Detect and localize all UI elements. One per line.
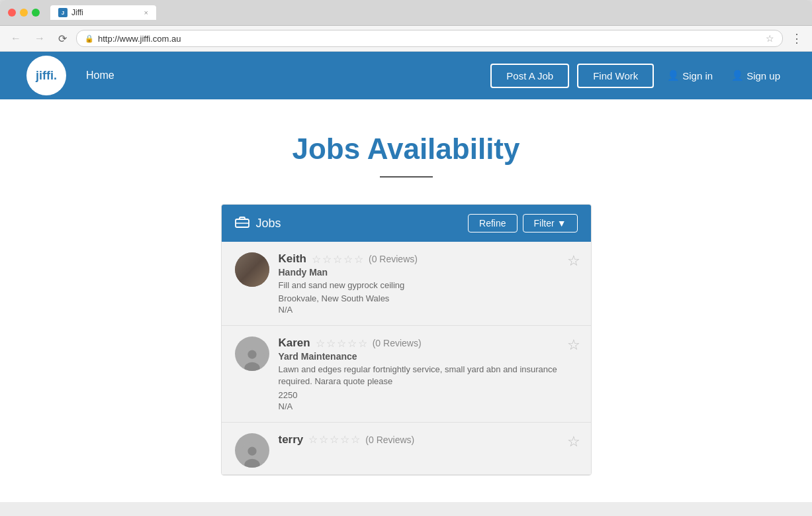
person-add-icon: 👤 [731,70,744,81]
website-content: jiffi. Home Post A Job Find Work 👤 Sign … [0,52,812,502]
svg-point-6 [248,350,256,359]
filter-button[interactable]: Filter ▼ [523,214,578,232]
nav-home-link[interactable]: Home [86,70,114,81]
star-1: ☆ [312,253,321,266]
star-2: ☆ [322,253,332,266]
keith-name-row: Keith ☆ ☆ ☆ ☆ ☆ (0 Reviews) [279,252,578,266]
karen-name-row: Karen ☆ ☆ ☆ ☆ ☆ (0 Reviews) [279,336,578,350]
star-3: ☆ [337,337,346,350]
karen-stars: ☆ ☆ ☆ ☆ ☆ [316,337,367,350]
keith-stars: ☆ ☆ ☆ ☆ ☆ [312,253,363,266]
karen-reviews: (0 Reviews) [373,338,422,348]
karen-name: Karen [279,336,310,350]
security-icon: 🔒 [85,34,94,43]
terry-avatar [235,433,269,468]
sign-in-button[interactable]: 👤 Sign in [662,70,718,81]
browser-window: J Jiffi × ← → ⟳ 🔒 http://www.jiffi.com.a… [0,0,812,516]
keith-avatar [235,252,269,287]
keith-job-title: Handy Man [279,267,578,278]
karen-job-title: Yard Maintenance [279,351,578,362]
main-content: Jobs Availability Jobs [0,99,812,502]
browser-titlebar: J Jiffi × [0,0,812,26]
refine-button[interactable]: Refine [468,214,517,232]
jobs-controls: Refine Filter ▼ [468,214,577,232]
star-1: ☆ [316,337,325,350]
briefcase-icon [235,216,249,231]
karen-avatar [235,336,269,371]
title-divider [380,176,433,178]
tab-favicon: J [58,8,68,17]
jobs-header: Jobs Refine Filter ▼ [222,205,591,242]
nav-buttons: Post A Job Find Work 👤 Sign in 👤 Sign up [490,64,786,88]
job-item-karen[interactable]: Karen ☆ ☆ ☆ ☆ ☆ (0 Reviews) Yard Mainten… [222,326,591,422]
sign-in-label: Sign in [682,70,713,81]
terry-reviews: (0 Reviews) [365,435,414,445]
back-button[interactable]: ← [7,31,25,46]
browser-tab[interactable]: J Jiffi × [50,5,156,20]
star-5: ☆ [358,337,367,350]
refresh-button[interactable]: ⟳ [54,31,71,46]
job-item-terry[interactable]: terry ☆ ☆ ☆ ☆ ☆ (0 Reviews) ☆ [222,423,591,475]
browser-toolbar: ← → ⟳ 🔒 http://www.jiffi.com.au ☆ ⋮ [0,26,812,52]
star-4: ☆ [347,337,357,350]
keith-description: Fill and sand new gyprock ceiling [279,280,578,291]
post-job-button[interactable]: Post A Job [490,64,569,88]
page-title: Jobs Availability [13,132,799,166]
jobs-label: Jobs [256,217,281,231]
site-nav: jiffi. Home Post A Job Find Work 👤 Sign … [0,52,812,99]
star-1: ☆ [308,433,318,446]
site-logo[interactable]: jiffi. [26,56,66,95]
terry-name: terry [279,433,304,446]
keith-job-info: Keith ☆ ☆ ☆ ☆ ☆ (0 Reviews) Handy Man F [279,252,578,315]
svg-point-4 [243,274,261,287]
tab-title: Jiffi [71,8,83,17]
keith-location: Brookvale, New South Wales [279,293,578,303]
karen-price: N/A [279,401,578,411]
jobs-panel: Jobs Refine Filter ▼ [221,204,592,476]
minimize-window-button[interactable] [20,9,28,17]
karen-bookmark-button[interactable]: ☆ [567,336,580,354]
keith-price: N/A [279,305,578,315]
maximize-window-button[interactable] [32,9,40,17]
keith-reviews: (0 Reviews) [369,254,418,264]
job-item-keith[interactable]: Keith ☆ ☆ ☆ ☆ ☆ (0 Reviews) Handy Man F [222,242,591,326]
karen-description: Lawn and edges regular fortnightly servi… [279,364,578,387]
terry-name-row: terry ☆ ☆ ☆ ☆ ☆ (0 Reviews) [279,433,578,446]
terry-bookmark-button[interactable]: ☆ [567,433,580,450]
forward-button[interactable]: → [30,31,49,46]
star-2: ☆ [326,337,336,350]
star-3: ☆ [333,253,342,266]
address-url: http://www.jiffi.com.au [98,34,762,44]
star-3: ☆ [330,433,339,446]
bookmark-icon[interactable]: ☆ [766,33,774,44]
chevron-down-icon: ▼ [557,218,566,229]
karen-location: 2250 [279,390,578,400]
keith-name: Keith [279,252,307,266]
filter-label: Filter [534,218,555,229]
close-window-button[interactable] [8,9,16,17]
terry-stars: ☆ ☆ ☆ ☆ ☆ [308,433,360,446]
sign-up-button[interactable]: 👤 Sign up [726,70,786,81]
star-5: ☆ [354,253,363,266]
jobs-title-area: Jobs [235,216,281,231]
svg-point-2 [235,252,269,287]
star-2: ☆ [319,433,328,446]
karen-job-info: Karen ☆ ☆ ☆ ☆ ☆ (0 Reviews) Yard Mainten… [279,336,578,411]
svg-point-3 [246,260,258,272]
star-4: ☆ [340,433,349,446]
star-4: ☆ [343,253,353,266]
star-5: ☆ [351,433,360,446]
browser-menu-icon[interactable]: ⋮ [788,31,805,46]
window-controls [8,9,40,17]
person-icon: 👤 [667,70,680,81]
address-bar[interactable]: 🔒 http://www.jiffi.com.au ☆ [76,30,783,47]
terry-job-info: terry ☆ ☆ ☆ ☆ ☆ (0 Reviews) [279,433,578,448]
find-work-button[interactable]: Find Work [577,64,654,88]
sign-up-label: Sign up [746,70,780,81]
tab-close-button[interactable]: × [144,9,148,17]
svg-point-9 [248,446,256,455]
keith-bookmark-button[interactable]: ☆ [567,252,580,270]
